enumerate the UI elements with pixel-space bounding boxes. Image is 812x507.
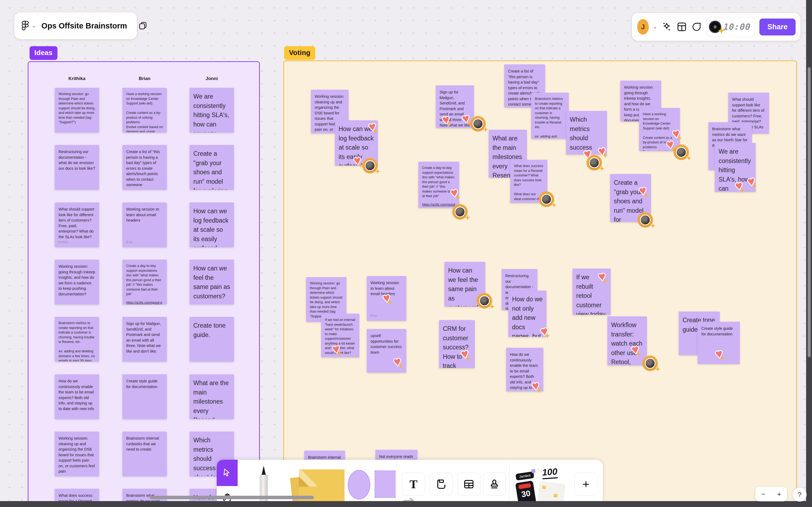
jambot-widget: Jambot	[516, 471, 534, 481]
file-title-bar: ⌄ Ops Offsite Brainstorm	[14, 12, 137, 39]
vertical-scrollbar[interactable]	[808, 67, 811, 357]
sticky-note[interactable]: How can we feel the same pain as custome…	[445, 262, 485, 306]
section-tool[interactable]	[429, 472, 453, 496]
timer-value: 10:00	[723, 22, 751, 32]
shape-tool-square[interactable]	[374, 470, 396, 498]
chevron-down-icon[interactable]: ⌄	[32, 23, 36, 29]
comment-icon[interactable]	[691, 21, 702, 33]
voting-section-label[interactable]: Voting	[284, 46, 315, 60]
sticky-note[interactable]: How can we log feedback at scale so its …	[189, 203, 234, 247]
board-canvas[interactable]: Ideas Voting KrithikaWorking session: go…	[0, 0, 812, 507]
templates-icon[interactable]	[677, 21, 687, 33]
column-author-label: Jonni	[189, 76, 234, 81]
app-toolbar: J ⌄ ♪ 10:00 Share	[632, 13, 801, 41]
column-author-label: Krithika	[55, 76, 99, 81]
share-button[interactable]: Share	[759, 18, 796, 36]
sticky-note[interactable]: How do we not only add new docs pages, b…	[508, 291, 546, 337]
sticky-note[interactable]: Sign up for Mailgun, SendGrid, and Postm…	[122, 317, 167, 361]
timer-widget[interactable]: ♪ 10:00	[706, 17, 755, 37]
sticky-note[interactable]: What does success mean for a Resend cust…	[510, 160, 547, 203]
sticky-note[interactable]: How can we log feedback at scale so its …	[335, 120, 378, 165]
help-button[interactable]: ?	[793, 488, 807, 502]
note-link[interactable]: https://a16z.com/good-product-manager-ba…	[126, 300, 163, 304]
note-author: Brian	[370, 314, 377, 318]
sticky-note[interactable]: Working session to learn about email hea…	[367, 276, 406, 321]
sticky-note[interactable]: Brainstorm metrics to create reporting o…	[55, 317, 99, 361]
note-author: Brian	[126, 240, 133, 244]
text-tool[interactable]: T	[402, 472, 425, 496]
sticky-note[interactable]: How do we continuously enable the team t…	[55, 374, 99, 419]
user-avatar[interactable]: J	[637, 19, 649, 35]
boards-icon[interactable]	[138, 12, 148, 39]
sticky-note[interactable]: What should support look like for differ…	[55, 203, 99, 247]
sticky-note[interactable]: We are consistently hitting SLA's, how c…	[189, 88, 234, 132]
chevron-down-icon[interactable]: ⌄	[653, 24, 657, 30]
sticky-note[interactable]: Create a "grab your shoes and run" model…	[189, 145, 234, 189]
sticky-note[interactable]: Have a working session on Knowledge Cent…	[639, 108, 680, 151]
sticky-note[interactable]: CRM for customer success? How to track m…	[439, 320, 475, 368]
sticky-note[interactable]: We are consistently hitting SLA's, how c…	[715, 143, 756, 192]
sticky-note[interactable]: Working session: go through Plain and de…	[55, 88, 99, 132]
ai-sparkle-icon[interactable]	[661, 21, 672, 33]
sticky-note[interactable]: How can we feel the same pain as custome…	[189, 260, 234, 304]
note-author: Krithika	[58, 240, 68, 244]
sticky-note[interactable]: Create a day-to-day support expectations…	[122, 260, 167, 304]
sticky-note[interactable]: If we rebuilt retool customer view today…	[573, 269, 611, 315]
sticky-note[interactable]: Have a working session on Knowledge Cent…	[122, 88, 167, 132]
sticky-note[interactable]: Sign up for Mailgun, SendGrid, and Postm…	[436, 86, 474, 128]
sticky-note[interactable]: Working session to learn about email hea…	[122, 203, 167, 247]
column-author-label: Brian	[122, 76, 167, 81]
sticky-note[interactable]: Create style guide for documentation	[122, 374, 167, 419]
horizontal-scrollbar[interactable]	[150, 496, 314, 499]
sticky-note[interactable]: Restructuring our documentation - what d…	[55, 145, 99, 189]
sticky-note[interactable]: Working session: going through Inkeep in…	[55, 260, 99, 304]
sticky-note[interactable]: Create tone guide.	[189, 317, 234, 361]
shape-tool-ellipse[interactable]	[348, 470, 370, 500]
sticky-note[interactable]: How do we continuously enable the team t…	[506, 348, 543, 391]
table-tool[interactable]	[457, 472, 480, 496]
sticky-note[interactable]: Workflow transfer: watch each other use …	[607, 316, 647, 365]
add-tool[interactable]: +	[574, 472, 597, 496]
sticky-note[interactable]: If we had an internal "hack week/launch …	[321, 314, 359, 357]
widgets-tool[interactable]: Jambot 100 30	[514, 465, 569, 507]
note-link[interactable]: https://a16z.com/good-product-manager-ba…	[422, 203, 455, 208]
select-tool[interactable]	[217, 460, 238, 486]
sticky-note[interactable]: What are the main milestones every Resen…	[189, 374, 234, 419]
zoom-controls: − +	[755, 487, 787, 501]
sticky-note[interactable]: Create a day-to-day support expectations…	[418, 162, 459, 208]
sticky-note[interactable]: Brainstorm metrics to create reporting o…	[531, 93, 569, 139]
sticky-note[interactable]: Which metrics should success care about …	[566, 111, 607, 154]
figma-logo-icon[interactable]	[22, 20, 29, 32]
zoom-out-button[interactable]: −	[761, 490, 765, 498]
stamp-tool[interactable]	[483, 472, 506, 496]
sticky-note[interactable]: Working session: cleaning up and organiz…	[55, 432, 99, 476]
sticky-note[interactable]: Brainstorm internal runbooks that we nee…	[122, 432, 167, 476]
window-edge	[0, 501, 812, 507]
zoom-in-button[interactable]: +	[777, 490, 781, 498]
score-widget: 100	[541, 466, 558, 480]
sticky-note[interactable]: Create a "grab your shoes and run" model…	[610, 174, 651, 222]
sticky-note[interactable]: Create a list of "this person is having …	[122, 145, 167, 189]
divider	[396, 463, 396, 507]
sticky-note[interactable]: upsell opportunities for customer succes…	[367, 329, 406, 373]
music-disc-icon: ♪	[709, 21, 721, 33]
ideas-section-label[interactable]: Ideas	[30, 46, 57, 60]
tools-toolbar: T Jambot 100 30 +	[217, 460, 603, 507]
document-title[interactable]: Ops Offsite Brainstorm	[41, 21, 127, 30]
divider	[509, 463, 510, 507]
sticky-note[interactable]: Create style guide for documentation	[698, 322, 740, 364]
